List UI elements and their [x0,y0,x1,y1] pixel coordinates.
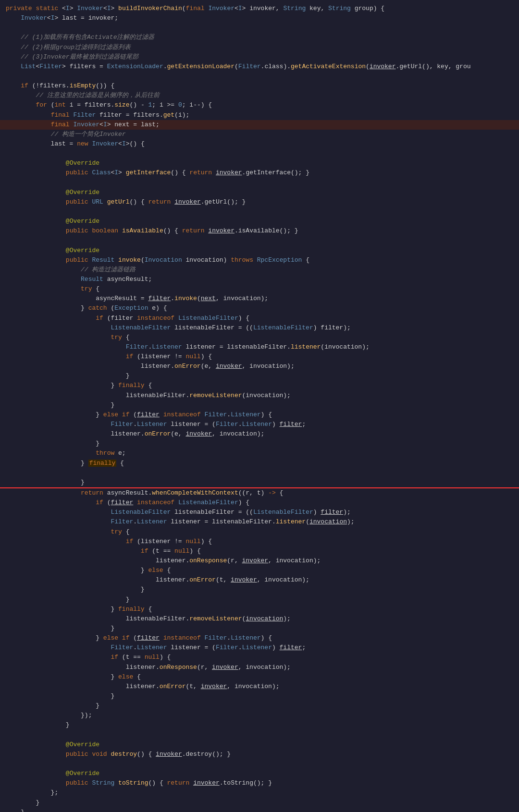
code-line-60: listener.onError(t, invoker, invocation)… [0,575,519,585]
code-line-1: private static <I> Invoker<I> buildInvok… [0,4,519,13]
code-line-44: Filter.Listener listener = (Filter.Liste… [0,420,519,429]
code-line-14: // 构造一个简化Invoker [0,130,519,139]
code-line-56: if (listener != null) { [0,537,519,546]
code-line-33: if (filter instanceof ListenableFilter) … [0,314,519,323]
code-line-48: } finally { [0,459,519,468]
code-line-10: // 注意这里的过滤器是从侧序的，从后往前 [0,91,519,100]
code-line-27: public Result invoke(Invocation invocati… [0,255,519,265]
code-line-7: List<Filter> filters = ExtensionLoader.g… [0,62,519,72]
code-line-69: listener.onResponse(r, invoker, invocati… [0,663,519,672]
code-line-81: public String toString() { return invoke… [0,778,519,788]
code-line-5: // (2)根据group过滤得到过滤器列表 [0,43,519,52]
code-line-16 [0,149,519,158]
code-line-51: return asyncResult.whenCompleteWithConte… [0,488,519,498]
code-line-77: @Override [0,740,519,750]
code-line-55: try { [0,527,519,537]
code-line-6: // (3)Invoker最终被放到过滤器链尾部 [0,52,519,62]
code-line-18: public Class<I> getInterface() { return … [0,168,519,178]
code-line-19 [0,178,519,188]
code-line-17: @Override [0,158,519,168]
code-line-32: } catch (Exception e) { [0,303,519,313]
code-line-35: try { [0,333,519,342]
code-line-2: Invoker<I> last = invoker; [0,13,519,23]
code-line-20: @Override [0,188,519,197]
code-line-82: }; [0,788,519,798]
code-line-68: if (t == null) { [0,653,519,662]
code-line-26: @Override [0,246,519,255]
code-line-47: throw e; [0,448,519,458]
code-line-73: } [0,701,519,711]
code-line-67: Filter.Listener listener = (Filter.Liste… [0,643,519,653]
code-line-72: } [0,691,519,701]
code-line-49 [0,468,519,478]
code-line-34: ListenableFilter listenableFilter = ((Li… [0,323,519,333]
code-line-41: listenableFilter.removeListener(invocati… [0,391,519,400]
code-line-40: } finally { [0,381,519,390]
code-line-37: if (listener != null) { [0,352,519,362]
code-line-53: ListenableFilter listenableFilter = ((Li… [0,508,519,517]
code-line-24: public boolean isAvailable() { return in… [0,226,519,236]
code-line-30: try { [0,284,519,294]
code-line-42: } [0,400,519,410]
code-line-39: } [0,371,519,381]
code-line-45: listener.onError(e, invoker, invocation)… [0,429,519,439]
code-line-9: if (!filters.isEmpty()) { [0,81,519,91]
code-line-66: } else if (filter instanceof Filter.List… [0,633,519,643]
code-line-65: } [0,624,519,633]
code-line-36: Filter.Listener listener = listenableFil… [0,342,519,352]
code-line-57: if (t == null) { [0,546,519,556]
code-line-15: last = new Invoker<I>() { [0,139,519,149]
code-line-28: // 构造过滤器链路 [0,265,519,275]
code-line-64: listenableFilter.removeListener(invocati… [0,614,519,624]
code-line-11: for (int i = filters.size() - 1; i >= 0;… [0,100,519,110]
code-line-70: } else { [0,672,519,682]
code-line-31: asyncResult = filter.invoke(next, invoca… [0,294,519,303]
code-line-58: listener.onResponse(r, invoker, invocati… [0,556,519,566]
code-line-38: listener.onError(e, invoker, invocation)… [0,362,519,371]
code-line-8 [0,72,519,81]
code-line-25 [0,236,519,245]
code-line-46: } [0,439,519,448]
code-line-76 [0,730,519,740]
code-line-79 [0,759,519,769]
code-line-22 [0,207,519,217]
code-line-13: final Invoker<I> next = last; [0,120,519,130]
code-line-29: Result asyncResult; [0,275,519,284]
code-line-62: } [0,595,519,605]
code-line-63: } finally { [0,605,519,614]
code-container: private static <I> Invoker<I> buildInvok… [0,0,519,812]
code-line-84: } [0,808,519,812]
code-line-71: listener.onError(t, invoker, invocation)… [0,682,519,691]
code-line-59: } else { [0,566,519,575]
code-line-43: } else if (filter instanceof Filter.List… [0,410,519,420]
code-line-12: final Filter filter = filters.get(i); [0,110,519,120]
code-line-50: } [0,478,519,488]
code-line-78: public void destroy() { invoker.destroy(… [0,750,519,759]
code-line-75: } [0,720,519,730]
code-line-61: } [0,585,519,594]
code-block: private static <I> Invoker<I> buildInvok… [0,4,519,812]
code-line-83: } [0,798,519,808]
code-line-54: Filter.Listener listener = listenableFil… [0,517,519,527]
code-line-52: if (filter instanceof ListenableFilter) … [0,498,519,508]
code-line-74: }); [0,711,519,720]
code-line-23: @Override [0,217,519,226]
code-line-4: // (1)加载所有有包含Activate注解的过滤器 [0,33,519,42]
code-line-21: public URL getUrl() { return invoker.get… [0,197,519,207]
code-line-3 [0,23,519,33]
code-line-80: @Override [0,769,519,778]
